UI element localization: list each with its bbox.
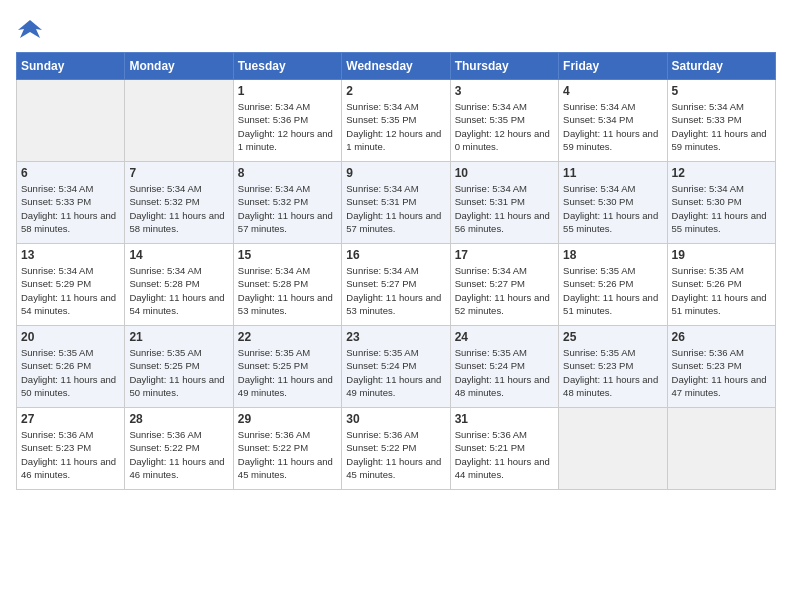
cell-info: Sunrise: 5:36 AMSunset: 5:23 PMDaylight:…: [21, 428, 120, 481]
day-number: 24: [455, 330, 554, 344]
calendar-week-row: 1Sunrise: 5:34 AMSunset: 5:36 PMDaylight…: [17, 80, 776, 162]
cell-info: Sunrise: 5:34 AMSunset: 5:34 PMDaylight:…: [563, 100, 662, 153]
day-number: 11: [563, 166, 662, 180]
calendar-table: SundayMondayTuesdayWednesdayThursdayFrid…: [16, 52, 776, 490]
calendar-week-row: 20Sunrise: 5:35 AMSunset: 5:26 PMDayligh…: [17, 326, 776, 408]
calendar-cell: 2Sunrise: 5:34 AMSunset: 5:35 PMDaylight…: [342, 80, 450, 162]
calendar-cell: 29Sunrise: 5:36 AMSunset: 5:22 PMDayligh…: [233, 408, 341, 490]
cell-info: Sunrise: 5:34 AMSunset: 5:27 PMDaylight:…: [346, 264, 445, 317]
cell-info: Sunrise: 5:34 AMSunset: 5:35 PMDaylight:…: [346, 100, 445, 153]
cell-info: Sunrise: 5:36 AMSunset: 5:22 PMDaylight:…: [346, 428, 445, 481]
calendar-cell: 31Sunrise: 5:36 AMSunset: 5:21 PMDayligh…: [450, 408, 558, 490]
calendar-cell: 24Sunrise: 5:35 AMSunset: 5:24 PMDayligh…: [450, 326, 558, 408]
day-header: Sunday: [17, 53, 125, 80]
calendar-cell: 7Sunrise: 5:34 AMSunset: 5:32 PMDaylight…: [125, 162, 233, 244]
cell-info: Sunrise: 5:35 AMSunset: 5:25 PMDaylight:…: [129, 346, 228, 399]
day-header: Friday: [559, 53, 667, 80]
cell-info: Sunrise: 5:35 AMSunset: 5:26 PMDaylight:…: [672, 264, 771, 317]
day-number: 15: [238, 248, 337, 262]
calendar-cell: 4Sunrise: 5:34 AMSunset: 5:34 PMDaylight…: [559, 80, 667, 162]
calendar-cell: 1Sunrise: 5:34 AMSunset: 5:36 PMDaylight…: [233, 80, 341, 162]
day-header: Wednesday: [342, 53, 450, 80]
cell-info: Sunrise: 5:36 AMSunset: 5:21 PMDaylight:…: [455, 428, 554, 481]
calendar-cell: 19Sunrise: 5:35 AMSunset: 5:26 PMDayligh…: [667, 244, 775, 326]
day-number: 13: [21, 248, 120, 262]
day-number: 12: [672, 166, 771, 180]
cell-info: Sunrise: 5:36 AMSunset: 5:22 PMDaylight:…: [129, 428, 228, 481]
cell-info: Sunrise: 5:34 AMSunset: 5:35 PMDaylight:…: [455, 100, 554, 153]
calendar-cell: 6Sunrise: 5:34 AMSunset: 5:33 PMDaylight…: [17, 162, 125, 244]
day-number: 23: [346, 330, 445, 344]
cell-info: Sunrise: 5:34 AMSunset: 5:28 PMDaylight:…: [129, 264, 228, 317]
calendar-cell: [17, 80, 125, 162]
calendar-header-row: SundayMondayTuesdayWednesdayThursdayFrid…: [17, 53, 776, 80]
day-header: Saturday: [667, 53, 775, 80]
day-header: Thursday: [450, 53, 558, 80]
day-number: 9: [346, 166, 445, 180]
calendar-cell: [559, 408, 667, 490]
calendar-cell: 20Sunrise: 5:35 AMSunset: 5:26 PMDayligh…: [17, 326, 125, 408]
day-header: Monday: [125, 53, 233, 80]
calendar-cell: 25Sunrise: 5:35 AMSunset: 5:23 PMDayligh…: [559, 326, 667, 408]
calendar-cell: 11Sunrise: 5:34 AMSunset: 5:30 PMDayligh…: [559, 162, 667, 244]
cell-info: Sunrise: 5:35 AMSunset: 5:26 PMDaylight:…: [21, 346, 120, 399]
day-number: 21: [129, 330, 228, 344]
day-number: 26: [672, 330, 771, 344]
logo: [16, 16, 48, 44]
calendar-week-row: 13Sunrise: 5:34 AMSunset: 5:29 PMDayligh…: [17, 244, 776, 326]
cell-info: Sunrise: 5:34 AMSunset: 5:31 PMDaylight:…: [346, 182, 445, 235]
day-number: 19: [672, 248, 771, 262]
day-number: 29: [238, 412, 337, 426]
calendar-cell: 3Sunrise: 5:34 AMSunset: 5:35 PMDaylight…: [450, 80, 558, 162]
cell-info: Sunrise: 5:35 AMSunset: 5:24 PMDaylight:…: [455, 346, 554, 399]
calendar-week-row: 6Sunrise: 5:34 AMSunset: 5:33 PMDaylight…: [17, 162, 776, 244]
page-header: [16, 16, 776, 44]
calendar-cell: 23Sunrise: 5:35 AMSunset: 5:24 PMDayligh…: [342, 326, 450, 408]
cell-info: Sunrise: 5:35 AMSunset: 5:26 PMDaylight:…: [563, 264, 662, 317]
svg-marker-0: [18, 20, 42, 38]
day-number: 27: [21, 412, 120, 426]
day-number: 20: [21, 330, 120, 344]
day-number: 2: [346, 84, 445, 98]
day-number: 1: [238, 84, 337, 98]
cell-info: Sunrise: 5:34 AMSunset: 5:27 PMDaylight:…: [455, 264, 554, 317]
cell-info: Sunrise: 5:34 AMSunset: 5:30 PMDaylight:…: [563, 182, 662, 235]
day-number: 10: [455, 166, 554, 180]
day-number: 7: [129, 166, 228, 180]
day-header: Tuesday: [233, 53, 341, 80]
calendar-cell: 18Sunrise: 5:35 AMSunset: 5:26 PMDayligh…: [559, 244, 667, 326]
calendar-cell: [125, 80, 233, 162]
cell-info: Sunrise: 5:34 AMSunset: 5:33 PMDaylight:…: [672, 100, 771, 153]
calendar-cell: 17Sunrise: 5:34 AMSunset: 5:27 PMDayligh…: [450, 244, 558, 326]
calendar-cell: 27Sunrise: 5:36 AMSunset: 5:23 PMDayligh…: [17, 408, 125, 490]
logo-icon: [16, 16, 44, 44]
day-number: 3: [455, 84, 554, 98]
day-number: 16: [346, 248, 445, 262]
cell-info: Sunrise: 5:36 AMSunset: 5:22 PMDaylight:…: [238, 428, 337, 481]
cell-info: Sunrise: 5:34 AMSunset: 5:36 PMDaylight:…: [238, 100, 337, 153]
calendar-cell: 9Sunrise: 5:34 AMSunset: 5:31 PMDaylight…: [342, 162, 450, 244]
calendar-body: 1Sunrise: 5:34 AMSunset: 5:36 PMDaylight…: [17, 80, 776, 490]
calendar-cell: 14Sunrise: 5:34 AMSunset: 5:28 PMDayligh…: [125, 244, 233, 326]
calendar-cell: 12Sunrise: 5:34 AMSunset: 5:30 PMDayligh…: [667, 162, 775, 244]
cell-info: Sunrise: 5:34 AMSunset: 5:30 PMDaylight:…: [672, 182, 771, 235]
cell-info: Sunrise: 5:35 AMSunset: 5:25 PMDaylight:…: [238, 346, 337, 399]
day-number: 14: [129, 248, 228, 262]
calendar-cell: 5Sunrise: 5:34 AMSunset: 5:33 PMDaylight…: [667, 80, 775, 162]
calendar-cell: 26Sunrise: 5:36 AMSunset: 5:23 PMDayligh…: [667, 326, 775, 408]
calendar-week-row: 27Sunrise: 5:36 AMSunset: 5:23 PMDayligh…: [17, 408, 776, 490]
calendar-cell: 21Sunrise: 5:35 AMSunset: 5:25 PMDayligh…: [125, 326, 233, 408]
day-number: 5: [672, 84, 771, 98]
cell-info: Sunrise: 5:35 AMSunset: 5:23 PMDaylight:…: [563, 346, 662, 399]
cell-info: Sunrise: 5:34 AMSunset: 5:28 PMDaylight:…: [238, 264, 337, 317]
cell-info: Sunrise: 5:36 AMSunset: 5:23 PMDaylight:…: [672, 346, 771, 399]
day-number: 4: [563, 84, 662, 98]
calendar-cell: 30Sunrise: 5:36 AMSunset: 5:22 PMDayligh…: [342, 408, 450, 490]
calendar-cell: 28Sunrise: 5:36 AMSunset: 5:22 PMDayligh…: [125, 408, 233, 490]
day-number: 30: [346, 412, 445, 426]
cell-info: Sunrise: 5:34 AMSunset: 5:32 PMDaylight:…: [129, 182, 228, 235]
calendar-cell: 8Sunrise: 5:34 AMSunset: 5:32 PMDaylight…: [233, 162, 341, 244]
cell-info: Sunrise: 5:34 AMSunset: 5:33 PMDaylight:…: [21, 182, 120, 235]
cell-info: Sunrise: 5:34 AMSunset: 5:29 PMDaylight:…: [21, 264, 120, 317]
day-number: 8: [238, 166, 337, 180]
